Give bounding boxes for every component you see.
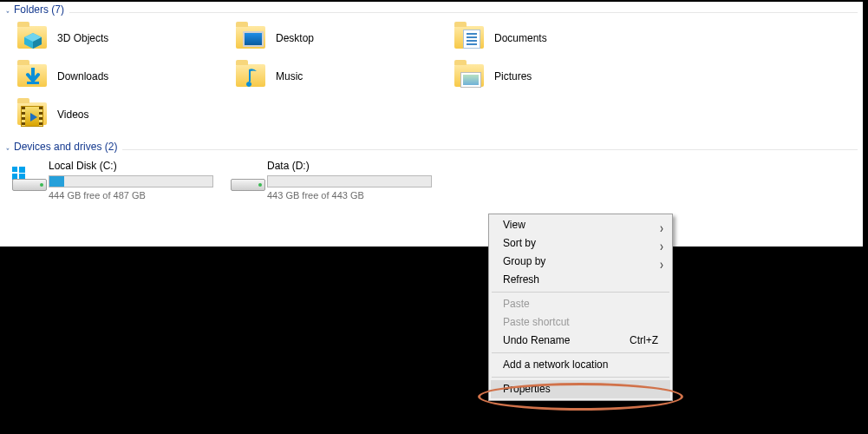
videos-icon [16,99,50,130]
menu-label: Properties [503,383,551,395]
menu-sort-by[interactable]: Sort by › [491,234,670,253]
folder-3d-objects[interactable]: 3D Objects [12,19,231,57]
capacity-bar [49,175,213,187]
divider [122,149,858,150]
menu-group-by[interactable]: Group by › [491,253,670,271]
folder-videos[interactable]: Videos [12,95,231,134]
divider [69,12,858,13]
drives-row: Local Disk (C:) 444 GB free of 487 GB Da… [0,155,863,202]
folder-label: Documents [494,32,547,44]
menu-separator [492,377,669,378]
menu-paste: Paste [491,295,670,313]
music-icon [234,61,269,92]
folder-label: Desktop [276,32,314,44]
desktop-icon [234,23,269,54]
drive-icon [231,160,262,196]
menu-label: Add a network location [503,358,608,371]
documents-icon [453,23,487,54]
menu-label: Undo Rename [503,334,570,346]
drive-free-text: 444 GB free of 487 GB [49,190,213,201]
menu-label: Paste shortcut [503,316,570,328]
downloads-icon [16,61,50,92]
folders-grid: 3D Objects Desktop Documents Downloads [0,17,863,139]
chevron-down-icon: ⌄ [5,142,11,152]
menu-refresh[interactable]: Refresh [491,271,670,289]
folders-section-title: Folders (7) [14,3,64,16]
folder-pictures[interactable]: Pictures [449,57,668,95]
folder-label: Videos [57,108,88,121]
folder-label: Pictures [494,70,532,82]
folder-documents[interactable]: Documents [449,19,668,57]
menu-add-network-location[interactable]: Add a network location [491,356,670,374]
drive-local-disk-c[interactable]: Local Disk (C:) 444 GB free of 487 GB [9,158,227,202]
svg-rect-3 [27,82,39,84]
menu-undo-rename[interactable]: Undo Rename Ctrl+Z [491,332,670,350]
menu-separator [492,352,669,353]
context-menu[interactable]: View › Sort by › Group by › Refresh Past… [488,214,673,401]
capacity-bar [267,175,432,187]
folder-label: 3D Objects [57,32,108,44]
drive-name: Data (D:) [267,160,432,172]
drive-icon [12,160,43,196]
menu-separator [492,292,669,293]
drive-free-text: 443 GB free of 443 GB [267,190,432,201]
drives-section-title: Devices and drives (2) [14,141,117,153]
3d-objects-icon [16,23,50,54]
menu-label: Sort by [503,237,536,249]
menu-view[interactable]: View › [491,216,670,234]
chevron-down-icon: ⌄ [5,5,11,15]
menu-label: Refresh [503,273,539,286]
drive-name: Local Disk (C:) [49,160,213,172]
folder-desktop[interactable]: Desktop [231,19,449,57]
menu-label: Group by [503,255,545,267]
drives-section-header[interactable]: ⌄ Devices and drives (2) [0,139,863,155]
drive-data-d[interactable]: Data (D:) 443 GB free of 443 GB [227,158,446,202]
pictures-icon [453,61,487,92]
folder-label: Downloads [57,70,108,82]
menu-label: Paste [503,298,530,310]
folder-label: Music [276,70,303,82]
menu-properties[interactable]: Properties [491,380,670,398]
menu-label: View [503,219,525,231]
folder-music[interactable]: Music [231,57,449,95]
this-pc-view[interactable]: ⌄ Folders (7) 3D Objects Desktop Documen… [0,0,865,247]
folder-downloads[interactable]: Downloads [12,57,231,95]
folders-section-header[interactable]: ⌄ Folders (7) [0,2,863,17]
menu-paste-shortcut: Paste shortcut [491,313,670,332]
menu-shortcut: Ctrl+Z [630,332,658,350]
